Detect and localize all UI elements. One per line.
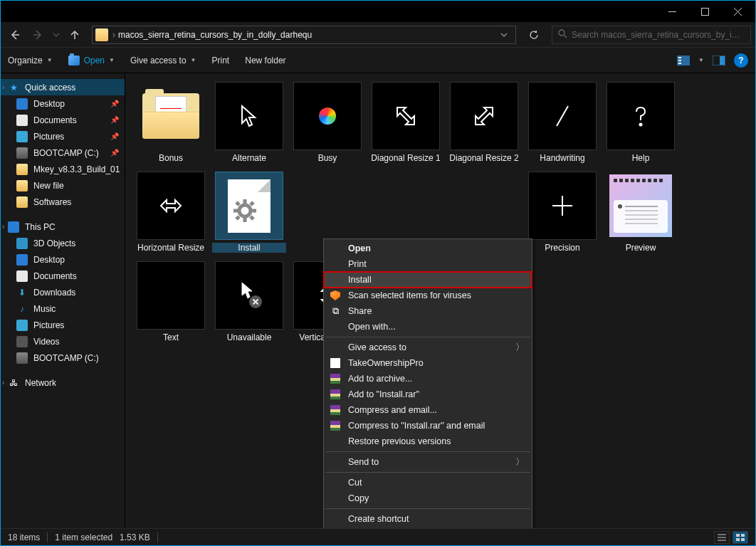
pin-icon: 📌 (110, 132, 119, 140)
sidebar-item-this-pc[interactable]: This PC (1, 219, 125, 235)
svg-rect-34 (741, 538, 745, 541)
ctx-compress-email[interactable]: Compress and email... (324, 402, 532, 418)
ctx-takeownership[interactable]: TakeOwnershipPro (324, 355, 532, 371)
sidebar-item-softwares[interactable]: Softwares (1, 194, 125, 210)
svg-point-17 (239, 205, 251, 216)
item-install[interactable]: Install (212, 172, 286, 253)
sidebar-item-bootcamp2[interactable]: BOOTCAMP (C:) (1, 350, 125, 366)
sidebar-item-mkey[interactable]: Mkey_v8.3.3_Build_01 (1, 161, 125, 177)
item-unavailable[interactable]: Unavailable (212, 261, 286, 342)
organize-menu[interactable]: Organize▼ (8, 56, 53, 65)
chevron-right-icon: 〉 (515, 342, 525, 354)
sidebar-item-bootcamp[interactable]: BOOTCAMP (C:)📌 (1, 145, 125, 161)
ctx-give-access[interactable]: Give access to〉 (324, 340, 532, 355)
ctx-shortcut[interactable]: Create shortcut (324, 511, 532, 527)
item-alternate[interactable]: Alternate (212, 82, 286, 163)
ctx-send-to[interactable]: Send to〉 (324, 454, 532, 470)
sidebar-item-network[interactable]: 🖧Network (1, 374, 125, 391)
svg-rect-31 (736, 534, 740, 537)
pictures-icon (16, 320, 28, 331)
sidebar-item-music[interactable]: ♪Music (1, 300, 125, 317)
item-help[interactable]: Help (604, 82, 678, 163)
desktop-icon (16, 98, 28, 110)
ctx-install[interactable]: Install (324, 272, 532, 288)
ctx-delete[interactable]: Delete (324, 527, 532, 528)
open-icon (68, 56, 80, 65)
ctx-open-with[interactable]: Open with... (324, 319, 532, 335)
item-busy[interactable]: Busy (290, 82, 364, 163)
address-bar[interactable]: › macos_sierra_retina_cursors_by_in_doll… (92, 26, 516, 44)
give-access-menu[interactable]: Give access to▼ (130, 56, 196, 65)
ctx-add-rar[interactable]: Add to "Install.rar" (324, 387, 532, 402)
new-folder-button[interactable]: New folder (245, 56, 285, 65)
breadcrumb-path[interactable]: macos_sierra_retina_cursors_by_in_dolly_… (118, 30, 495, 40)
up-button[interactable] (65, 25, 85, 45)
item-handwriting[interactable]: Handwriting (525, 82, 599, 163)
rar-icon (330, 373, 341, 384)
diagonal-resize-1-icon (392, 102, 420, 130)
ctx-copy[interactable]: Copy (324, 490, 532, 506)
item-text[interactable]: Text (134, 261, 208, 342)
title-bar (1, 1, 755, 22)
ctx-restore[interactable]: Restore previous versions (324, 434, 532, 449)
close-button[interactable] (721, 1, 754, 22)
forward-button[interactable] (28, 25, 48, 45)
sidebar-item-3d-objects[interactable]: 3D Objects (1, 235, 125, 251)
unavailable-cursor-icon (235, 281, 263, 310)
handwriting-cursor-icon (548, 102, 577, 130)
navigation-pane: ★Quick access Desktop📌 Documents📌 Pictur… (1, 73, 125, 528)
diagonal-resize-2-icon (470, 102, 498, 130)
folder-icon (95, 28, 108, 41)
item-diagonal-resize-2[interactable]: Diagonal Resize 2 (447, 82, 521, 163)
items-view[interactable]: Bonus Alternate Busy Diagonal Resize 1 D… (125, 73, 755, 528)
rar-icon (330, 420, 341, 431)
sidebar-item-newfile[interactable]: New file (1, 177, 125, 194)
sidebar-item-documents[interactable]: Documents📌 (1, 112, 125, 128)
svg-line-22 (236, 202, 239, 205)
minimize-button[interactable] (656, 1, 688, 22)
preview-pane-button[interactable] (711, 54, 727, 67)
share-icon: ⧉ (330, 305, 341, 317)
ctx-print[interactable]: Print (324, 256, 532, 272)
svg-point-7 (559, 30, 565, 36)
ctx-add-archive[interactable]: Add to archive... (324, 371, 532, 387)
svg-line-8 (564, 35, 567, 38)
svg-rect-1 (701, 8, 708, 15)
view-button-1[interactable] (676, 54, 691, 67)
desktop-icon (16, 254, 28, 266)
sidebar-item-pictures2[interactable]: Pictures (1, 317, 125, 333)
ctx-cut[interactable]: Cut (324, 475, 532, 490)
sidebar-item-desktop2[interactable]: Desktop (1, 251, 125, 268)
back-button[interactable] (5, 25, 25, 45)
help-button[interactable]: ? (734, 53, 748, 68)
address-dropdown[interactable] (495, 31, 513, 38)
print-button[interactable]: Print (212, 56, 230, 65)
icons-view-button[interactable] (733, 531, 748, 544)
ctx-share[interactable]: ⧉Share (324, 303, 532, 319)
svg-rect-11 (678, 60, 681, 61)
horizontal-resize-icon (157, 191, 185, 220)
refresh-button[interactable] (523, 26, 545, 44)
search-placeholder: Search macos_sierra_retina_cursors_by_in… (572, 30, 745, 40)
sidebar-item-videos[interactable]: Videos (1, 333, 125, 350)
item-preview[interactable]: Preview (604, 172, 678, 253)
ctx-open[interactable]: Open (324, 241, 532, 256)
sidebar-item-documents2[interactable]: Documents (1, 268, 125, 284)
sidebar-item-pictures[interactable]: Pictures📌 (1, 128, 125, 145)
chevron-right-icon: 〉 (515, 456, 525, 468)
item-bonus[interactable]: Bonus (134, 82, 208, 163)
item-precision[interactable]: Precision (525, 172, 599, 253)
sidebar-item-desktop[interactable]: Desktop📌 (1, 95, 125, 112)
maximize-button[interactable] (688, 1, 721, 22)
ctx-scan[interactable]: Scan selected items for viruses (324, 288, 532, 303)
item-horizontal-resize[interactable]: Horizontal Resize (134, 172, 208, 253)
sidebar-item-downloads[interactable]: ⬇Downloads (1, 284, 125, 300)
item-diagonal-resize-1[interactable]: Diagonal Resize 1 (369, 82, 443, 163)
sidebar-item-quick-access[interactable]: ★Quick access (1, 79, 125, 95)
ctx-compress-rar-email[interactable]: Compress to "Install.rar" and email (324, 418, 532, 434)
search-input[interactable]: Search macos_sierra_retina_cursors_by_in… (552, 26, 751, 44)
drive-icon (16, 352, 28, 364)
open-menu[interactable]: Open▼ (68, 56, 115, 65)
details-view-button[interactable] (714, 531, 730, 544)
recent-dropdown[interactable] (51, 25, 62, 45)
